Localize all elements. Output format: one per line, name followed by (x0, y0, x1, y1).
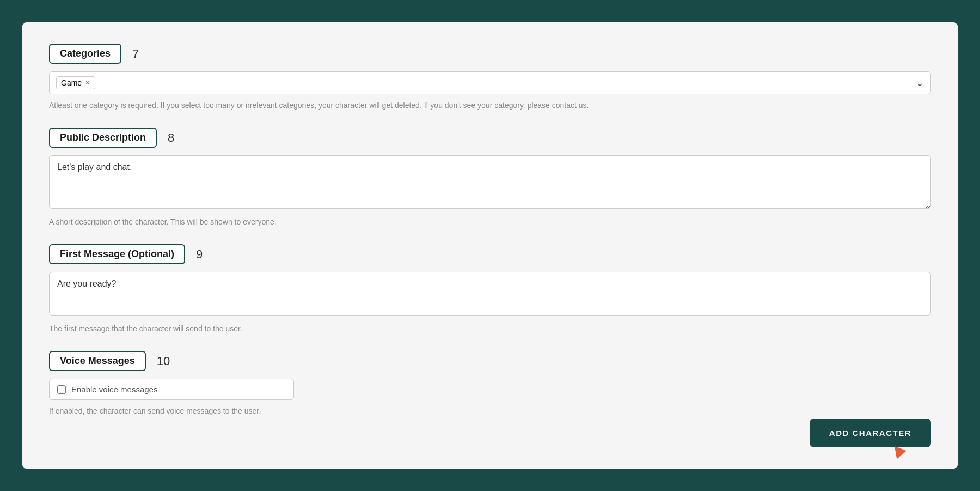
categories-label: Categories (49, 44, 121, 64)
tags-container: Game ✕ (56, 76, 95, 89)
main-container: Categories 7 Game ✕ ⌄ Atleast one catego… (22, 22, 958, 469)
public-description-textarea[interactable] (49, 155, 931, 209)
voice-messages-checkbox[interactable] (57, 385, 66, 394)
categories-header: Categories 7 (49, 44, 931, 64)
first-message-hint: The first message that the character wil… (49, 323, 931, 335)
categories-number: 7 (132, 47, 139, 61)
categories-hint: Atleast one category is required. If you… (49, 100, 931, 111)
categories-section: Categories 7 Game ✕ ⌄ Atleast one catego… (49, 44, 931, 111)
first-message-textarea[interactable] (49, 272, 931, 316)
voice-messages-label: Voice Messages (49, 351, 146, 371)
public-description-number: 8 (168, 131, 174, 145)
first-message-section: First Message (Optional) 9 The first mes… (49, 244, 931, 335)
dropdown-arrow-icon[interactable]: ⌄ (916, 77, 924, 89)
first-message-label: First Message (Optional) (49, 244, 185, 264)
voice-checkbox-label: Enable voice messages (71, 385, 157, 394)
voice-messages-header: Voice Messages 10 (49, 351, 931, 371)
first-message-number: 9 (196, 247, 203, 262)
categories-dropdown[interactable]: Game ✕ ⌄ (49, 71, 931, 94)
public-description-hint: A short description of the character. Th… (49, 216, 931, 228)
public-description-label: Public Description (49, 128, 157, 148)
voice-messages-section: Voice Messages 10 Enable voice messages … (49, 351, 931, 417)
tag-close-icon[interactable]: ✕ (85, 79, 90, 87)
game-tag[interactable]: Game ✕ (56, 76, 95, 89)
voice-checkbox-row[interactable]: Enable voice messages (49, 379, 294, 400)
public-description-header: Public Description 8 (49, 128, 931, 148)
first-message-header: First Message (Optional) 9 (49, 244, 931, 264)
voice-messages-hint: If enabled, the character can send voice… (49, 405, 931, 417)
voice-messages-number: 10 (157, 354, 170, 368)
public-description-section: Public Description 8 A short description… (49, 128, 931, 228)
add-character-button[interactable]: ADD CHARACTER (810, 419, 931, 447)
cursor-icon (895, 444, 908, 459)
tag-label: Game (61, 78, 82, 87)
